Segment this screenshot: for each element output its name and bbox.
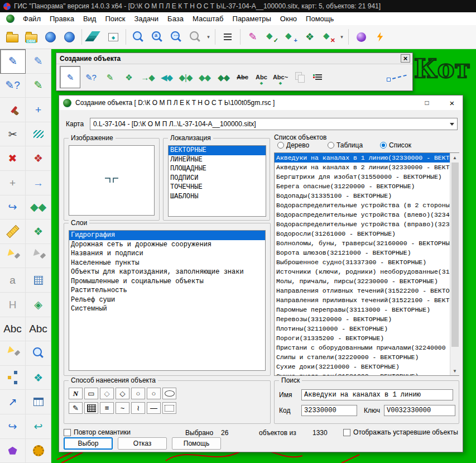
pair-diamond-tool[interactable]: ◆◆ xyxy=(26,195,51,220)
scrollbar-thumb[interactable] xyxy=(451,163,459,347)
grid-tool[interactable] xyxy=(26,268,51,293)
diamond-box-tool[interactable]: ◈ xyxy=(26,293,51,317)
group-objects-tool[interactable]: ◆◆ xyxy=(215,67,232,87)
paste-dashed-tool[interactable]: →◆ xyxy=(139,67,156,87)
scrollbar[interactable]: ▲ ▼ xyxy=(450,153,459,375)
object-list-item[interactable]: Водораспределительные устройства (влево)… xyxy=(275,210,459,219)
view-dropdown-icon[interactable]: ▾ xyxy=(205,27,211,46)
code-input[interactable] xyxy=(301,405,357,416)
tree-structure-tool[interactable] xyxy=(0,366,26,390)
repeat-semantics-checkbox[interactable]: Повтор семантики xyxy=(64,428,131,436)
object-list-item[interactable]: Плотины(32110000 - ВЕКТОРНЫЕ) xyxy=(275,324,459,333)
delete-object-tool[interactable]: ✖ xyxy=(0,146,26,171)
merge-objects-tool[interactable]: ◀◆ xyxy=(158,67,175,87)
layer-list-item[interactable]: Рельеф суши xyxy=(69,295,265,305)
object-list-item[interactable]: Акведуки на каналах в 1 линию(32330000 -… xyxy=(275,153,459,163)
menu-item[interactable]: Вид xyxy=(79,13,101,25)
close-icon[interactable]: × xyxy=(401,54,410,63)
stretch-tool[interactable]: → xyxy=(26,171,51,195)
close-icon[interactable]: × xyxy=(441,96,463,110)
create-object-tool[interactable]: ✎ xyxy=(0,49,26,74)
view-mode-radio[interactable]: Дерево xyxy=(277,141,309,149)
toolbar-separator[interactable] xyxy=(79,27,84,46)
inclined-rect-mode-icon[interactable]: ◇ xyxy=(100,388,114,399)
localization-item[interactable]: ПОДПИСИ xyxy=(169,174,266,183)
polygon-purple-tool[interactable] xyxy=(0,439,26,463)
menu-item[interactable]: Задачи xyxy=(129,13,163,25)
label-abc-tool[interactable]: Abc xyxy=(0,317,26,342)
toolbar-separator[interactable] xyxy=(123,27,128,46)
ellipse-mode-icon[interactable] xyxy=(162,388,176,399)
object-list-item[interactable]: Перевозы(33120000 - ВЕКТОРНЫЕ) xyxy=(275,314,459,324)
text-diamond-tool[interactable]: Abc xyxy=(253,67,270,87)
view-mode-radio[interactable]: Таблица xyxy=(328,141,363,149)
text-small-tool[interactable]: a xyxy=(0,268,26,293)
diamond-mode-icon[interactable]: ◇ xyxy=(116,388,129,399)
highlight-tool[interactable] xyxy=(0,244,26,269)
free-draw-mode-icon[interactable]: ✎ xyxy=(69,402,83,414)
3d-view-icon[interactable] xyxy=(352,27,370,46)
object-list-item[interactable]: Водораспределительные устройства (в 2 ст… xyxy=(275,201,459,210)
object-list-item[interactable]: Сухие русла рек(31531000 - ВЕКТОРНЫЕ) xyxy=(275,371,459,376)
view-off-icon[interactable] xyxy=(186,27,204,46)
layer-list-item[interactable]: Объекты для картоиздания, заполняющие зн… xyxy=(69,268,265,277)
measure-ruler-tool[interactable] xyxy=(0,219,26,244)
object-list-item[interactable]: Берега опасные(31220000 - ВЕКТОРНЫЕ) xyxy=(275,182,459,191)
object-list-item[interactable]: Направления приливных течений(31522100 -… xyxy=(275,295,459,305)
letter-h-tool[interactable]: H xyxy=(0,293,26,317)
object-list-item[interactable]: Пороги(31335200 - ВЕКТОРНЫЕ) xyxy=(275,333,459,343)
localization-item[interactable]: ШАБЛОНЫ xyxy=(169,192,266,202)
query-edit-tool[interactable]: ✎? xyxy=(0,74,26,98)
redo-arrow-tool[interactable]: ↩ xyxy=(26,414,51,439)
label-abc2-tool[interactable]: Abc xyxy=(26,317,51,342)
edit-object-tool[interactable]: ✎ xyxy=(26,49,51,74)
menu-item[interactable]: Файл xyxy=(18,13,45,25)
settings-gear-tool[interactable] xyxy=(26,439,51,463)
grid-mode-icon[interactable] xyxy=(84,402,98,414)
circle-mode-icon[interactable]: ○ xyxy=(131,388,145,399)
create-graphic-tool[interactable]: ✎ xyxy=(26,74,51,98)
cancel-button[interactable]: Отказ xyxy=(118,437,167,450)
split-object-tool[interactable]: ◆|◆ xyxy=(177,67,194,87)
view-detail-icon[interactable]: ⋯ xyxy=(167,27,185,46)
create-object-icon[interactable]: ✎ xyxy=(244,27,262,46)
open-map-icon[interactable] xyxy=(3,27,21,46)
rectangle-mode-icon[interactable]: ▭ xyxy=(84,388,98,399)
circle-radius-mode-icon[interactable]: ○ xyxy=(147,388,161,399)
layer-list-item[interactable]: Промышленные и социальные объекты xyxy=(69,277,265,287)
show-obsolete-checkbox[interactable]: Отображать устаревшие объекты xyxy=(343,428,458,436)
object-list-item[interactable]: Сухие доки(32210000 - ВЕКТОРНЫЕ) xyxy=(275,362,459,371)
open-atlas-icon[interactable] xyxy=(60,27,78,46)
toolbar-separator[interactable] xyxy=(213,27,218,46)
object-list-item[interactable]: Пристани с оборудованными причалами(3224… xyxy=(275,343,459,352)
view-scale-icon[interactable] xyxy=(129,27,147,46)
menu-item[interactable]: База xyxy=(163,13,188,25)
view-text-icon[interactable]: a xyxy=(148,27,166,46)
parallel-lines-mode-icon[interactable]: ≡ xyxy=(100,402,114,414)
paint-brush-tool[interactable] xyxy=(0,98,26,122)
map-legend-icon[interactable] xyxy=(104,27,122,46)
localization-item[interactable]: ТОЧЕЧНЫЕ xyxy=(169,183,266,192)
object-list-item[interactable]: Направления отливных течений(31522200 - … xyxy=(275,286,459,295)
chevron-down-icon[interactable] xyxy=(446,118,457,130)
text-strike-tool[interactable]: Abc xyxy=(234,67,251,87)
spline-edit-tool[interactable]: ↪ xyxy=(0,195,26,220)
layer-list-item[interactable]: Названия и подписи xyxy=(69,249,265,259)
object-list-scrollbar[interactable]: ▲ ▼ xyxy=(450,153,459,375)
polyline-mode-icon[interactable]: N xyxy=(69,388,83,399)
object-list-item[interactable]: Водопады(31335100 - ВЕКТОРНЫЕ) xyxy=(275,191,459,201)
toolbar-separator[interactable] xyxy=(346,27,351,46)
draw-pencil-tool[interactable]: ✎ xyxy=(60,66,80,88)
zoom-search-tool[interactable] xyxy=(26,341,51,366)
map-combobox[interactable]: 0.L-37-104 - [D:\К О М П Л..\L-37-104-A_… xyxy=(90,118,458,130)
layer-list-item[interactable]: Гидрография xyxy=(69,231,265,240)
confirm-object-icon[interactable]: ✓ xyxy=(263,27,281,46)
quick-draw-icon[interactable] xyxy=(371,27,389,46)
layer-list-item[interactable]: Системный xyxy=(69,304,265,314)
object-list-item[interactable]: Водоросли(31261000 - ВЕКТОРНЫЕ) xyxy=(275,229,459,238)
point-set-mode-icon[interactable] xyxy=(162,402,176,414)
object-list-icon[interactable] xyxy=(219,27,237,46)
object-list-item[interactable]: Выброшенное судно(31337300 - ВЕКТОРНЫЕ) xyxy=(275,257,459,267)
open-database-icon[interactable]: DBM xyxy=(22,27,40,46)
layers-icon[interactable] xyxy=(85,27,103,46)
